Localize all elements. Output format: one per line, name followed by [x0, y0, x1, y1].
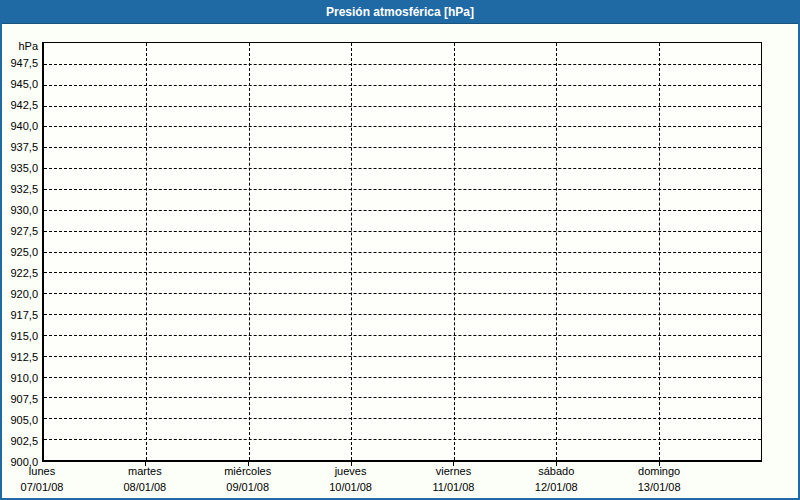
h-gridline	[44, 439, 761, 440]
h-gridline	[44, 85, 761, 86]
h-gridline	[44, 252, 761, 253]
y-axis-label: 935,0	[2, 162, 38, 174]
plot-area	[42, 42, 762, 462]
h-gridline	[44, 397, 761, 398]
h-gridline	[44, 356, 761, 357]
v-gridline	[146, 43, 147, 460]
h-gridline	[44, 64, 761, 65]
h-gridline	[44, 210, 761, 211]
h-gridline	[44, 126, 761, 127]
x-axis-day-label: domingo	[607, 465, 711, 478]
y-axis-label: 927,5	[2, 225, 38, 237]
h-gridline	[44, 335, 761, 336]
h-gridline	[44, 418, 761, 419]
h-gridline	[44, 168, 761, 169]
h-gridline	[44, 377, 761, 378]
x-axis-date-label: 07/01/08	[0, 481, 94, 494]
y-axis-label: 915,0	[2, 330, 38, 342]
y-axis-label: 945,0	[2, 78, 38, 90]
x-axis-day-label: miércoles	[196, 465, 300, 478]
v-gridline	[659, 43, 660, 460]
x-axis-date-label: 10/01/08	[299, 481, 403, 494]
x-axis-date-label: 08/01/08	[93, 481, 197, 494]
h-gridline	[44, 314, 761, 315]
h-gridline	[44, 147, 761, 148]
v-gridline	[249, 43, 250, 460]
y-axis-label: 947,5	[2, 57, 38, 69]
y-axis-label: 905,0	[2, 414, 38, 426]
y-axis-unit-label: hPa	[2, 40, 38, 52]
x-axis-date-label: 09/01/08	[196, 481, 300, 494]
x-axis-day-label: lunes	[0, 465, 94, 478]
y-axis-label: 925,0	[2, 246, 38, 258]
v-gridline	[556, 43, 557, 460]
y-axis-label: 937,5	[2, 141, 38, 153]
x-axis-day-label: viernes	[401, 465, 505, 478]
y-axis-label: 932,5	[2, 183, 38, 195]
y-axis-label: 912,5	[2, 351, 38, 363]
x-axis-day-label: jueves	[299, 465, 403, 478]
y-axis-label: 940,0	[2, 120, 38, 132]
x-axis-date-label: 13/01/08	[607, 481, 711, 494]
y-axis-label: 942,5	[2, 99, 38, 111]
v-gridline	[351, 43, 352, 460]
y-axis-label: 910,0	[2, 372, 38, 384]
h-gridline	[44, 231, 761, 232]
y-axis-label: 902,5	[2, 435, 38, 447]
chart-area: hPa 947,5945,0942,5940,0937,5935,0932,59…	[2, 2, 798, 498]
x-axis-day-label: sábado	[504, 465, 608, 478]
x-axis-date-label: 12/01/08	[504, 481, 608, 494]
x-axis-day-label: martes	[93, 465, 197, 478]
y-axis-label: 930,0	[2, 204, 38, 216]
y-axis-label: 922,5	[2, 267, 38, 279]
h-gridline	[44, 189, 761, 190]
x-axis-date-label: 11/01/08	[401, 481, 505, 494]
y-axis-label: 920,0	[2, 288, 38, 300]
h-gridline	[44, 293, 761, 294]
chart-panel: Presión atmosférica [hPa] hPa 947,5945,0…	[0, 0, 800, 500]
v-gridline	[454, 43, 455, 460]
h-gridline	[44, 272, 761, 273]
y-axis-label: 907,5	[2, 393, 38, 405]
y-axis-label: 917,5	[2, 309, 38, 321]
h-gridline	[44, 106, 761, 107]
